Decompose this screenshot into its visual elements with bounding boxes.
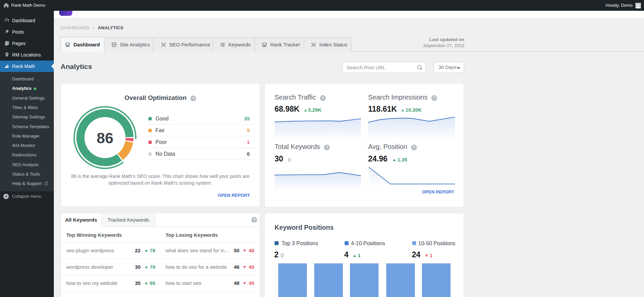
svg-text:86: 86 <box>97 129 113 147</box>
